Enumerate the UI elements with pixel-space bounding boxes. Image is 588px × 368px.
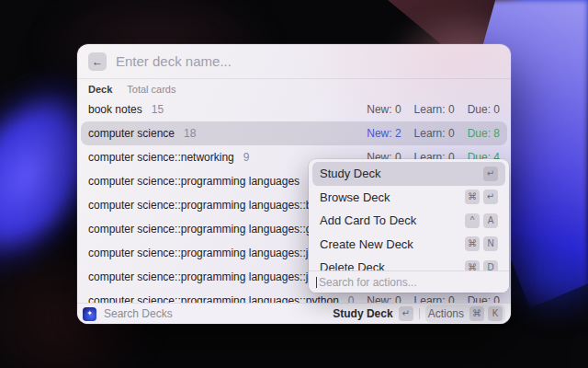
shortcut-key-icon: D — [483, 260, 498, 270]
action-menu-item[interactable]: Browse Deck ⌘↵ — [312, 186, 505, 210]
deck-name: computer science::programming languages:… — [88, 294, 339, 303]
deck-total-cards: 9 — [243, 151, 250, 164]
wallpaper-shape — [514, 0, 588, 156]
action-menu-item[interactable]: Delete Deck ⌘D — [312, 256, 505, 270]
deck-stat: New: 0 — [367, 103, 401, 116]
action-menu-item[interactable]: Create New Deck ⌘N — [312, 233, 505, 257]
footer-right: Study Deck ↵ Actions ⌘ K — [333, 305, 505, 323]
deck-stats: New: 2Learn: 0Due: 8 — [367, 127, 500, 140]
deck-stat: Learn: 0 — [414, 127, 455, 140]
shortcut-key-icon: A — [483, 213, 498, 228]
deck-stat: Learn: 0 — [414, 294, 455, 303]
deck-name: computer science — [88, 127, 175, 140]
footer-bar: ✦ Search Decks Study Deck ↵ Actions ⌘ K — [77, 303, 511, 324]
deck-stat: New: 2 — [367, 127, 401, 140]
shortcut-key-icon: N — [483, 236, 498, 251]
shortcut-key-icon: ↵ — [483, 167, 498, 181]
column-total-cards-label: Total cards — [127, 84, 175, 95]
text-caret — [316, 277, 317, 288]
deck-stat: Due: 0 — [468, 103, 500, 116]
deck-stat: Due: 0 — [468, 294, 500, 303]
deck-stat: Learn: 0 — [414, 103, 455, 116]
actions-list: Study Deck ↵ Browse Deck ⌘↵ Add Card To … — [309, 159, 509, 270]
action-shortcut: ⌘↵ — [465, 190, 498, 204]
footer-divider — [419, 308, 420, 319]
k-key-icon: K — [488, 306, 503, 321]
actions-popover: Study Deck ↵ Browse Deck ⌘↵ Add Card To … — [309, 159, 509, 293]
back-arrow-icon: ← — [92, 55, 103, 68]
deck-total-cards: 15 — [152, 103, 164, 116]
action-label: Study Deck — [320, 167, 380, 180]
shortcut-key-icon: ⌘ — [465, 260, 480, 270]
action-label: Create New Deck — [320, 237, 413, 251]
deck-total-cards: 0 — [348, 294, 355, 303]
shortcut-key-icon: ↵ — [483, 190, 498, 204]
actions-search-bar — [309, 270, 509, 293]
deck-name: computer science::programming languages — [88, 175, 300, 188]
anki-app-icon: ✦ — [83, 307, 96, 321]
deck-stat: New: 0 — [367, 294, 401, 303]
action-label: Browse Deck — [320, 190, 390, 204]
deck-stats: New: 0Learn: 0Due: 0 — [367, 294, 500, 303]
deck-name: computer science::networking — [88, 151, 234, 164]
back-button[interactable]: ← — [88, 52, 107, 71]
shortcut-key-icon: ^ — [465, 213, 480, 228]
actions-search-input[interactable] — [319, 276, 502, 289]
action-shortcut: ⌘N — [465, 236, 498, 251]
desktop: ← Deck Total cards book notes 15 New: 0L… — [0, 0, 588, 368]
deck-search-bar: ← — [77, 44, 511, 79]
return-key-icon: ↵ — [399, 306, 413, 321]
action-label: Delete Deck — [320, 260, 385, 270]
action-menu-item[interactable]: Add Card To Deck ^A — [312, 209, 505, 233]
action-menu-item[interactable]: Study Deck ↵ — [312, 162, 505, 186]
footer-app-label: Search Decks — [104, 307, 173, 320]
list-column-header: Deck Total cards — [77, 80, 511, 98]
shortcut-key-icon: ⌘ — [465, 190, 480, 204]
study-deck-button-label: Study Deck — [333, 307, 392, 320]
action-shortcut: ^A — [465, 213, 498, 228]
study-deck-button[interactable]: Study Deck ↵ — [333, 306, 413, 321]
deck-row[interactable]: book notes 15 New: 0Learn: 0Due: 0 — [81, 98, 507, 121]
actions-button[interactable]: Actions ⌘ K — [425, 305, 505, 323]
deck-stats: New: 0Learn: 0Due: 0 — [367, 103, 500, 116]
deck-name: computer science::programming languages:… — [88, 223, 318, 236]
actions-button-label: Actions — [428, 307, 464, 320]
deck-name-input[interactable] — [116, 53, 500, 69]
action-label: Add Card To Deck — [320, 213, 416, 227]
shortcut-key-icon: ⌘ — [465, 236, 480, 251]
deck-name: computer science::programming languages:… — [88, 199, 330, 212]
column-deck-label: Deck — [88, 84, 112, 95]
action-shortcut: ↵ — [483, 167, 498, 181]
deck-row[interactable]: computer science 18 New: 2Learn: 0Due: 8 — [81, 121, 507, 145]
command-key-icon: ⌘ — [469, 306, 484, 321]
deck-total-cards: 18 — [184, 127, 196, 140]
deck-name: book notes — [88, 103, 142, 116]
deck-stat: Due: 8 — [468, 127, 500, 140]
action-shortcut: ⌘D — [465, 260, 498, 270]
